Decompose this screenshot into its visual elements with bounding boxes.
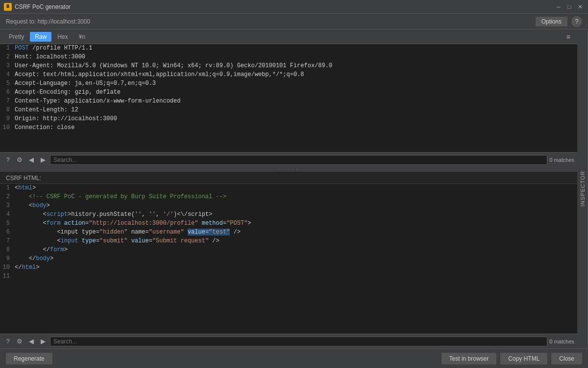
csrf-code-area: 1<html>2 <!-- CSRF PoC - generated by Bu… <box>0 184 577 334</box>
csrf-line-text: <form action="http://localhost:3000/prof… <box>15 219 577 228</box>
close-button[interactable]: Close <box>551 353 582 365</box>
tab-raw[interactable]: Raw <box>30 32 51 42</box>
csrf-line: 2 <!-- CSRF PoC - generated by Burp Suit… <box>0 193 577 202</box>
request-settings-icon[interactable]: ⚙ <box>15 155 24 165</box>
tab-hex[interactable]: Hex <box>52 32 73 42</box>
csrf-line: 7 <input type="submit" value="Submit req… <box>0 237 577 246</box>
window-title: CSRF PoC generator <box>15 3 552 10</box>
minimize-button[interactable]: ─ <box>555 3 563 11</box>
csrf-line-text: <input type="hidden" name="username" val… <box>15 228 577 237</box>
line-number: 8 <box>0 246 15 255</box>
line-text: Accept: text/html,application/xhtml+xml,… <box>15 71 577 79</box>
csrf-search-input[interactable] <box>50 337 547 346</box>
line-number: 11 <box>0 272 15 281</box>
csrf-next-icon[interactable]: ▶ <box>38 337 48 346</box>
csrf-line-text: <body> <box>15 202 577 210</box>
options-button[interactable]: Options <box>536 17 567 26</box>
help-button[interactable]: ? <box>571 16 582 27</box>
csrf-line: 9 </body> <box>0 255 577 263</box>
bottom-bar: Regenerate Test in browser Copy HTML Clo… <box>0 348 588 368</box>
request-help-icon[interactable]: ? <box>3 155 13 165</box>
csrf-line: 3 <body> <box>0 202 577 210</box>
csrf-settings-icon[interactable]: ⚙ <box>15 337 24 346</box>
line-text: Content-Length: 12 <box>15 106 577 115</box>
line-number: 1 <box>0 184 15 193</box>
maximize-button[interactable]: □ <box>565 3 573 11</box>
request-next-icon[interactable]: ▶ <box>38 155 48 165</box>
resize-handle[interactable]: · · · <box>0 167 577 172</box>
csrf-line: 4 <script>history.pushState('', '', '/')… <box>0 210 577 219</box>
csrf-line-text <box>15 272 577 281</box>
request-bar: Request to: http://localhost:3000 Option… <box>0 14 588 29</box>
csrf-prev-icon[interactable]: ◀ <box>26 337 36 346</box>
csrf-line: 11 <box>0 272 577 281</box>
line-number: 3 <box>0 62 15 71</box>
request-search-matches: 0 matches <box>549 157 574 163</box>
csrf-line: 1<html> <box>0 184 577 193</box>
line-number: 1 <box>0 44 15 53</box>
line-text: Content-Type: application/x-www-form-url… <box>15 97 577 106</box>
line-number: 6 <box>0 228 15 237</box>
line-text: Accept-Encoding: gzip, deflate <box>15 88 577 97</box>
request-line: 4Accept: text/html,application/xhtml+xml… <box>0 71 577 79</box>
csrf-search-matches: 0 matches <box>549 339 574 344</box>
csrf-line-text: <!-- CSRF PoC - generated by Burp Suite … <box>15 193 577 202</box>
request-line: 5Accept-Language: ja,en-US;q=0.7,en;q=0.… <box>0 79 577 88</box>
panels-container: 1POST /profile HTTP/1.12Host: localhost:… <box>0 44 577 348</box>
main-area: Pretty Raw Hex ¥n ≡ 1POST /profile HTTP/… <box>0 29 588 348</box>
line-number: 7 <box>0 237 15 246</box>
line-number: 8 <box>0 106 15 115</box>
csrf-line-text: </body> <box>15 255 577 263</box>
line-text: Host: localhost:3000 <box>15 53 577 62</box>
request-line: 1POST /profile HTTP/1.1 <box>0 44 577 53</box>
line-text: Connection: close <box>15 124 577 132</box>
menu-icon-button[interactable]: ≡ <box>564 32 573 42</box>
csrf-panel: CSRF HTML: 1<html>2 <!-- CSRF PoC - gene… <box>0 172 577 334</box>
line-text: User-Agent: Mozilla/5.0 (Windows NT 10.0… <box>15 62 577 71</box>
csrf-help-icon[interactable]: ? <box>3 337 13 346</box>
close-window-button[interactable]: ✕ <box>576 3 584 11</box>
csrf-search-bar: ? ⚙ ◀ ▶ 0 matches <box>0 334 577 348</box>
tab-yn[interactable]: ¥n <box>74 32 90 42</box>
csrf-line: 5 <form action="http://localhost:3000/pr… <box>0 219 577 228</box>
line-number: 4 <box>0 71 15 79</box>
line-number: 7 <box>0 97 15 106</box>
regenerate-button[interactable]: Regenerate <box>6 353 52 365</box>
request-line: 10Connection: close <box>0 124 577 132</box>
csrf-line-text: <script>history.pushState('', '', '/')<\… <box>15 210 577 219</box>
line-number: 4 <box>0 210 15 219</box>
request-line: 8Content-Length: 12 <box>0 106 577 115</box>
copy-html-button[interactable]: Copy HTML <box>500 353 547 365</box>
line-number: 9 <box>0 255 15 263</box>
line-number: 2 <box>0 193 15 202</box>
line-text: Origin: http://localhost:3000 <box>15 115 577 124</box>
title-bar: B CSRF PoC generator ─ □ ✕ <box>0 0 588 14</box>
csrf-code-panel: 1<html>2 <!-- CSRF PoC - generated by Bu… <box>0 184 577 334</box>
app-icon: B <box>4 3 12 11</box>
inspector-tab[interactable]: INSPECTOR <box>577 29 588 348</box>
request-prev-icon[interactable]: ◀ <box>26 155 36 165</box>
csrf-line-text: </form> <box>15 246 577 255</box>
csrf-line: 10</html> <box>0 263 577 272</box>
request-search-bar: ? ⚙ ◀ ▶ 0 matches <box>0 152 577 167</box>
test-in-browser-button[interactable]: Test in browser <box>441 353 497 365</box>
csrf-line: 6 <input type="hidden" name="username" v… <box>0 228 577 237</box>
tab-pretty[interactable]: Pretty <box>4 32 29 42</box>
request-url-label: Request to: http://localhost:3000 <box>6 18 90 25</box>
csrf-line-text: <input type="submit" value="Submit reque… <box>15 237 577 246</box>
line-number: 9 <box>0 115 15 124</box>
content-area: Pretty Raw Hex ¥n ≡ 1POST /profile HTTP/… <box>0 29 577 348</box>
line-number: 10 <box>0 263 15 272</box>
csrf-label: CSRF HTML: <box>0 172 577 184</box>
line-text: POST /profile HTTP/1.1 <box>15 44 577 53</box>
tabs-bar: Pretty Raw Hex ¥n ≡ <box>0 29 577 44</box>
line-number: 5 <box>0 79 15 88</box>
request-panel: 1POST /profile HTTP/1.12Host: localhost:… <box>0 44 577 152</box>
csrf-line-text: <html> <box>15 184 577 193</box>
request-line: 2Host: localhost:3000 <box>0 53 577 62</box>
request-line: 7Content-Type: application/x-www-form-ur… <box>0 97 577 106</box>
csrf-line-text: </html> <box>15 263 577 272</box>
request-code-panel: 1POST /profile HTTP/1.12Host: localhost:… <box>0 44 577 152</box>
request-line: 3User-Agent: Mozilla/5.0 (Windows NT 10.… <box>0 62 577 71</box>
request-search-input[interactable] <box>50 155 547 165</box>
